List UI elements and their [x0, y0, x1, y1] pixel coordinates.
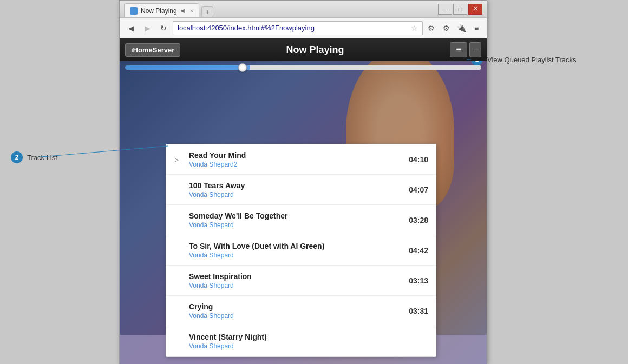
menu-icon[interactable]: ≡: [470, 22, 482, 34]
track-title: Someday We'll Be Together: [189, 211, 409, 220]
track-item[interactable]: 100 Tears AwayVonda Shepard04:07: [166, 175, 436, 205]
back-btn[interactable]: ◀: [124, 21, 138, 35]
progress-bar-track[interactable]: [125, 65, 481, 70]
address-bar[interactable]: localhost:42050/index.html#%2Fnowplaying…: [173, 21, 423, 35]
app-minimize-btn[interactable]: −: [469, 42, 481, 57]
track-artist: Vonda Shepard: [189, 312, 409, 320]
track-artist: Vonda Shepard2: [189, 161, 409, 168]
track-item[interactable]: ▷Read Your MindVonda Shepard204:10: [166, 144, 436, 175]
play-indicator: ▷: [174, 156, 185, 163]
track-title: Crying: [189, 302, 409, 311]
callout-2: 2 Track List: [11, 151, 57, 163]
track-artist: Vonda Shepard: [189, 282, 409, 289]
track-info: Someday We'll Be TogetherVonda Shepard: [189, 211, 409, 229]
tab-favicon: [130, 7, 138, 15]
star-icon: ☆: [411, 24, 418, 32]
track-item[interactable]: CryingVonda Shepard03:31: [166, 296, 436, 326]
track-info: 100 Tears AwayVonda Shepard: [189, 181, 409, 198]
browser-tab[interactable]: Now Playing ◀ ×: [124, 3, 199, 17]
browser-window: Now Playing ◀ × + — □ ✕ ◀ ▶ ↻ localhost:…: [119, 0, 487, 364]
tab-close-btn[interactable]: ×: [190, 8, 193, 14]
app-title: Now Playing: [180, 44, 450, 56]
track-title: Read Your Mind: [189, 151, 409, 160]
playlist-queue-btn[interactable]: ≡: [450, 42, 467, 57]
track-info: To Sir, With Love (Duet with Al Green)Vo…: [189, 242, 409, 259]
callout-1: 1 View Queued Playlist Tracks: [471, 54, 577, 65]
track-title: Vincent (Starry Night): [189, 333, 428, 341]
extensions-icon[interactable]: 🔌: [455, 22, 467, 34]
tab-title: Now Playing: [141, 7, 177, 15]
track-item[interactable]: To Sir, With Love (Duet with Al Green)Vo…: [166, 235, 436, 266]
config-icon[interactable]: ⚙: [440, 22, 452, 34]
track-duration: 04:07: [409, 186, 428, 194]
track-title: To Sir, With Love (Duet with Al Green): [189, 242, 409, 250]
track-item[interactable]: Someday We'll Be TogetherVonda Shepard03…: [166, 205, 436, 235]
callout-2-circle: 2: [11, 151, 23, 163]
new-tab-btn[interactable]: +: [201, 6, 213, 17]
nav-bar: ◀ ▶ ↻ localhost:42050/index.html#%2Fnowp…: [120, 18, 487, 38]
callout-2-text: Track List: [27, 154, 57, 162]
track-duration: 03:13: [409, 276, 428, 285]
track-info: Read Your MindVonda Shepard2: [189, 151, 409, 168]
track-duration: 04:10: [409, 155, 428, 164]
track-info: CryingVonda Shepard: [189, 302, 409, 320]
track-duration: 03:31: [409, 307, 428, 315]
tab-speaker-icon: ◀: [180, 8, 185, 14]
progress-container: [120, 61, 487, 74]
settings-icon[interactable]: ⚙: [425, 22, 437, 34]
track-list-panel: ▷Read Your MindVonda Shepard204:10100 Te…: [166, 144, 436, 357]
window-minimize-btn[interactable]: —: [438, 4, 452, 15]
callout-1-text: View Queued Playlist Tracks: [487, 56, 577, 64]
title-bar: Now Playing ◀ × + — □ ✕: [120, 1, 487, 18]
track-title: 100 Tears Away: [189, 181, 409, 190]
refresh-btn[interactable]: ↻: [156, 21, 171, 35]
window-maximize-btn[interactable]: □: [453, 4, 467, 15]
forward-btn[interactable]: ▶: [140, 21, 154, 35]
track-artist: Vonda Shepard: [189, 342, 428, 350]
progress-thumb[interactable]: [238, 63, 247, 72]
track-duration: 04:42: [409, 246, 428, 255]
app-header: iHomeServer Now Playing ≡ −: [120, 38, 487, 61]
track-item[interactable]: Sweet InspirationVonda Shepard03:13: [166, 266, 436, 296]
track-artist: Vonda Shepard: [189, 191, 409, 198]
app-content: iHomeServer Now Playing ≡ − ▷Read Your M…: [120, 38, 487, 364]
address-text: localhost:42050/index.html#%2Fnowplaying: [178, 24, 409, 32]
track-info: Sweet InspirationVonda Shepard: [189, 272, 409, 289]
window-close-btn[interactable]: ✕: [468, 4, 482, 15]
track-title: Sweet Inspiration: [189, 272, 409, 281]
track-item[interactable]: Vincent (Starry Night)Vonda Shepard: [166, 326, 436, 356]
track-artist: Vonda Shepard: [189, 221, 409, 229]
track-artist: Vonda Shepard: [189, 252, 409, 259]
ihomeserver-btn[interactable]: iHomeServer: [125, 43, 180, 57]
track-duration: 03:28: [409, 216, 428, 224]
track-info: Vincent (Starry Night)Vonda Shepard: [189, 333, 428, 350]
